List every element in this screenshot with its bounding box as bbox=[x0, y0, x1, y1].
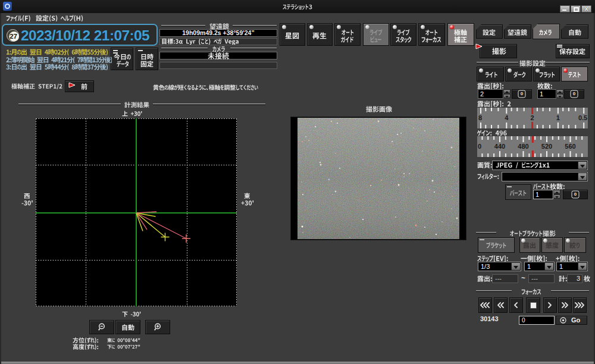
svg-text:520: 520 bbox=[541, 143, 552, 150]
svg-text:27: 27 bbox=[10, 33, 17, 40]
svg-text:560: 560 bbox=[565, 143, 575, 150]
svg-text:2: 2 bbox=[531, 114, 534, 121]
svg-text:480: 480 bbox=[518, 143, 528, 150]
svg-text:1: 1 bbox=[556, 114, 560, 121]
svg-text:440: 440 bbox=[494, 143, 505, 150]
svg-text:0: 0 bbox=[478, 143, 481, 150]
svg-text:4: 4 bbox=[505, 114, 509, 121]
svg-text:8: 8 bbox=[478, 114, 482, 121]
svg-text:0.5: 0.5 bbox=[578, 114, 587, 121]
